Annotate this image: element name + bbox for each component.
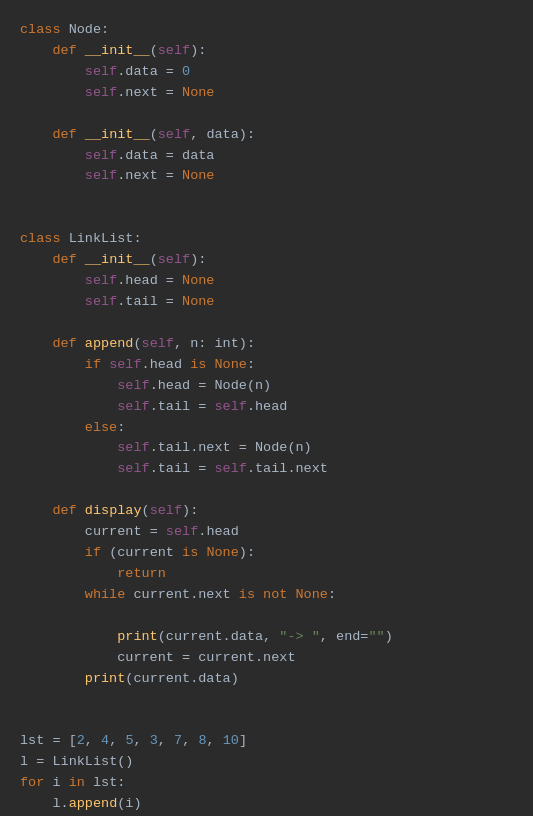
line-24: def display(self): <box>20 501 513 522</box>
line-3: self.data = 0 <box>20 62 513 83</box>
line-31: current = current.next <box>20 648 513 669</box>
line-34 <box>20 710 513 731</box>
line-28: while current.next is not None: <box>20 585 513 606</box>
line-20: else: <box>20 418 513 439</box>
code-editor: class Node: def __init__(self): self.dat… <box>0 10 533 816</box>
line-37: for i in lst: <box>20 773 513 794</box>
line-17: if self.head is None: <box>20 355 513 376</box>
line-16: def append(self, n: int): <box>20 334 513 355</box>
line-18: self.head = Node(n) <box>20 376 513 397</box>
line-27: return <box>20 564 513 585</box>
line-13: self.head = None <box>20 271 513 292</box>
line-36: l = LinkList() <box>20 752 513 773</box>
line-9 <box>20 187 513 208</box>
line-5 <box>20 104 513 125</box>
line-21: self.tail.next = Node(n) <box>20 438 513 459</box>
line-35: lst = [2, 4, 5, 3, 7, 8, 10] <box>20 731 513 752</box>
line-14: self.tail = None <box>20 292 513 313</box>
line-8: self.next = None <box>20 166 513 187</box>
line-32: print(current.data) <box>20 669 513 690</box>
line-15 <box>20 313 513 334</box>
line-29 <box>20 606 513 627</box>
line-33 <box>20 690 513 711</box>
line-12: def __init__(self): <box>20 250 513 271</box>
line-2: def __init__(self): <box>20 41 513 62</box>
line-1: class Node: <box>20 20 513 41</box>
line-4: self.next = None <box>20 83 513 104</box>
line-25: current = self.head <box>20 522 513 543</box>
line-10 <box>20 208 513 229</box>
line-30: print(current.data, "-> ", end="") <box>20 627 513 648</box>
line-11: class LinkList: <box>20 229 513 250</box>
line-6: def __init__(self, data): <box>20 125 513 146</box>
line-7: self.data = data <box>20 146 513 167</box>
line-19: self.tail = self.head <box>20 397 513 418</box>
line-22: self.tail = self.tail.next <box>20 459 513 480</box>
line-38: l.append(i) <box>20 794 513 815</box>
line-23 <box>20 480 513 501</box>
line-26: if (current is None): <box>20 543 513 564</box>
